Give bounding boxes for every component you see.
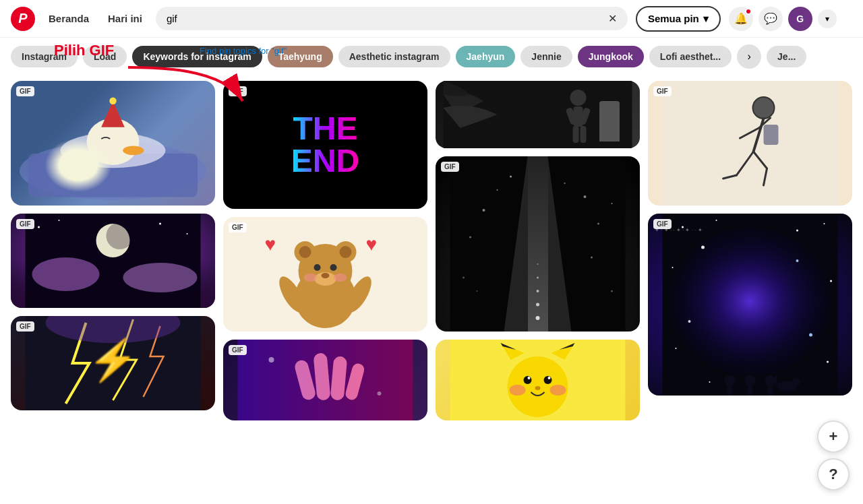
svg-point-7 — [109, 98, 116, 104]
fab-plus-button[interactable]: + — [817, 420, 850, 453]
pin-card-bear[interactable]: GIF ♥ ♥ — [223, 217, 427, 332]
svg-point-12 — [123, 263, 198, 292]
chip-jaehyun[interactable]: Jaehyun — [456, 46, 516, 67]
pin-card-the-end[interactable]: GIF THEEND — [223, 81, 427, 209]
pin-lightning-image — [11, 316, 215, 410]
svg-point-69 — [591, 257, 593, 259]
svg-point-58 — [483, 209, 485, 212]
gif-badge-galaxy: GIF — [653, 219, 672, 229]
svg-point-55 — [537, 290, 539, 292]
chip-jungkook[interactable]: Jungkook — [578, 46, 644, 67]
svg-point-95 — [682, 226, 684, 228]
svg-point-31 — [322, 273, 330, 278]
pin-card-pikachu[interactable] — [436, 340, 640, 420]
svg-rect-50 — [581, 126, 587, 143]
nav-today[interactable]: Hari ini — [102, 10, 148, 27]
gif-badge-night: GIF — [16, 219, 34, 229]
svg-point-84 — [753, 97, 775, 119]
find-pin-topics-link[interactable]: Find pin topics for "gif" — [200, 46, 287, 56]
svg-point-13 — [38, 226, 40, 228]
svg-point-77 — [544, 376, 552, 384]
chip-je[interactable]: Je... — [767, 46, 806, 67]
clear-search-button[interactable]: ✕ — [608, 12, 617, 25]
pin-road-image — [436, 156, 640, 332]
svg-point-113 — [765, 375, 776, 386]
svg-point-62 — [597, 223, 599, 225]
gif-badge-bear: GIF — [229, 222, 247, 232]
chip-jennie[interactable]: Jennie — [520, 46, 572, 67]
svg-marker-6 — [101, 101, 125, 127]
svg-point-102 — [827, 361, 829, 363]
pin-bear-image: ♥ ♥ — [223, 217, 427, 332]
svg-point-57 — [537, 263, 539, 265]
pin-walker-image — [648, 81, 852, 206]
pin-card-dark-figure[interactable] — [436, 81, 640, 148]
search-bar: ✕ — [156, 7, 628, 30]
notification-dot — [745, 8, 752, 15]
svg-point-99 — [672, 267, 674, 268]
pin-dark-figure-image — [436, 81, 640, 148]
svg-point-63 — [612, 203, 613, 204]
main-content: GIF — [0, 75, 863, 504]
svg-rect-49 — [573, 126, 579, 143]
svg-point-65 — [611, 290, 613, 292]
header-icons: 🔔 💬 G ▾ — [729, 7, 837, 31]
header: P Beranda Hari ini ✕ Semua pin ▾ 🔔 💬 G ▾… — [0, 0, 863, 38]
svg-point-10 — [107, 222, 133, 249]
svg-rect-51 — [450, 156, 626, 332]
svg-point-80 — [510, 385, 526, 396]
gif-badge-the-end: GIF — [229, 86, 247, 96]
the-end-text: THEEND — [291, 113, 359, 177]
svg-point-111 — [745, 375, 756, 386]
svg-point-97 — [796, 230, 798, 232]
svg-point-27 — [340, 246, 352, 258]
svg-point-101 — [676, 348, 677, 349]
pin-card-lightning[interactable]: GIF — [11, 316, 215, 410]
svg-point-96 — [716, 220, 717, 221]
svg-rect-92 — [764, 125, 779, 145]
chip-aesthetic-instagram[interactable]: Aesthetic instagram — [338, 46, 450, 67]
svg-point-11 — [32, 257, 100, 291]
filter-chips-bar: Instagram Load Keywords for instagram Ta… — [0, 38, 863, 75]
masonry-col-2: GIF THEEND GIF ♥ ♥ — [223, 81, 427, 499]
notifications-button[interactable]: 🔔 — [729, 7, 753, 31]
chip-lofi[interactable]: Lofi aesthet... — [649, 46, 732, 67]
svg-point-53 — [536, 316, 540, 320]
nav-home[interactable]: Beranda — [43, 10, 94, 27]
pin-card-duck[interactable]: GIF — [11, 81, 215, 206]
svg-point-116 — [792, 378, 800, 386]
svg-point-45 — [570, 90, 587, 106]
chips-next-button[interactable]: › — [737, 44, 761, 69]
svg-point-94 — [669, 227, 831, 375]
svg-point-56 — [537, 277, 539, 279]
svg-point-98 — [824, 223, 825, 224]
pin-card-night-sky[interactable]: GIF — [11, 214, 215, 308]
avatar[interactable]: G — [788, 7, 812, 31]
svg-point-14 — [59, 220, 60, 221]
svg-rect-112 — [748, 386, 753, 396]
svg-point-61 — [584, 195, 587, 198]
pinterest-logo[interactable]: P — [11, 7, 35, 31]
fab-buttons: + ? — [817, 420, 850, 491]
account-chevron-button[interactable]: ▾ — [818, 9, 837, 28]
masonry-col-3: GIF — [436, 81, 640, 499]
svg-point-60 — [497, 189, 498, 191]
svg-point-103 — [709, 381, 711, 383]
gif-badge-hand: GIF — [229, 345, 247, 355]
pilih-gif-label: Pilih GIF — [54, 42, 114, 59]
svg-rect-83 — [663, 81, 838, 206]
pin-card-walker[interactable]: GIF — [648, 81, 852, 206]
pin-card-road[interactable]: GIF — [436, 156, 640, 332]
svg-rect-41 — [238, 340, 413, 420]
svg-point-42 — [269, 357, 274, 363]
search-input[interactable] — [167, 13, 603, 24]
svg-point-105 — [701, 246, 705, 249]
filter-dropdown-button[interactable]: Semua pin ▾ — [636, 6, 721, 32]
pin-hand-image — [223, 340, 427, 420]
pin-card-galaxy[interactable]: GIF — [648, 214, 852, 396]
messages-button[interactable]: 💬 — [758, 7, 783, 31]
svg-point-76 — [524, 376, 532, 384]
pin-card-hand[interactable]: GIF — [223, 340, 427, 420]
fab-question-button[interactable]: ? — [817, 458, 850, 491]
svg-point-81 — [550, 385, 566, 396]
